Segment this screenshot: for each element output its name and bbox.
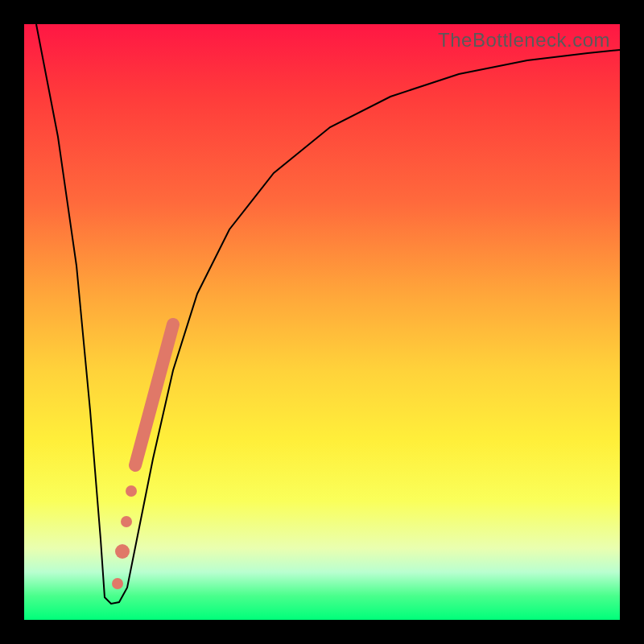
highlight-dot: [112, 578, 123, 589]
highlight-dot: [115, 544, 130, 559]
chart-frame: TheBottleneck.com: [0, 0, 644, 644]
highlight-dot: [121, 516, 132, 527]
plot-area: TheBottleneck.com: [24, 24, 620, 620]
highlight-dot: [126, 485, 137, 497]
curve-svg: [24, 24, 620, 620]
